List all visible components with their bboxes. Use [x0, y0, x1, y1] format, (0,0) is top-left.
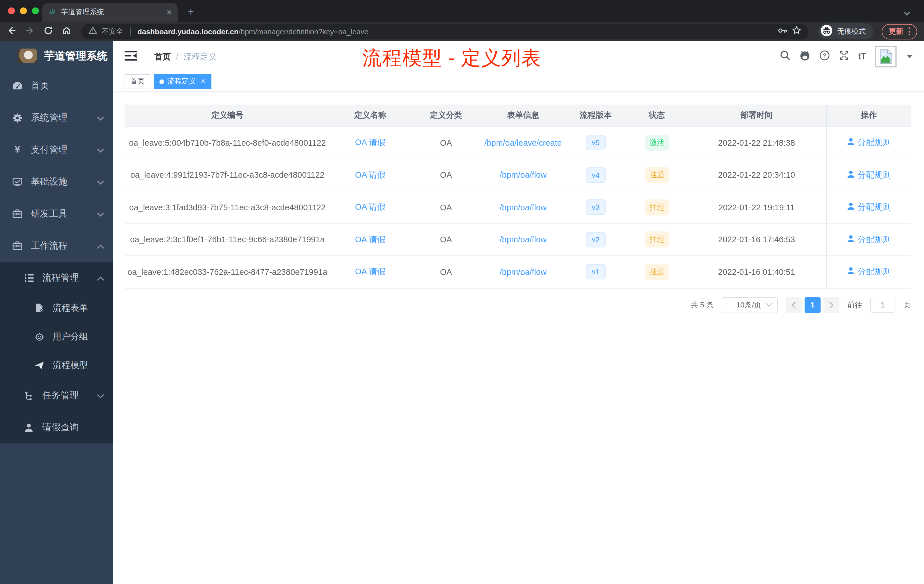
- form-info-link[interactable]: /bpm/oa/flow: [500, 235, 546, 244]
- security-label[interactable]: 不安全: [102, 26, 123, 36]
- definition-name-link[interactable]: OA 请假: [355, 267, 385, 277]
- sidebar-item-label: 研发工具: [31, 208, 68, 220]
- table-row: oa_leave:2:3c1f0ef1-76b1-11ec-9c66-a2380…: [125, 224, 911, 256]
- sidebar-item-system-management[interactable]: 系统管理: [0, 102, 113, 134]
- version-badge: v2: [586, 232, 606, 247]
- current-page-button[interactable]: 1: [805, 297, 820, 313]
- sidebar-item-label: 系统管理: [31, 112, 68, 124]
- sidebar-item-process-form[interactable]: 流程表单: [0, 294, 113, 322]
- assign-rule-link[interactable]: 分配规则: [858, 170, 891, 181]
- search-icon[interactable]: [780, 50, 790, 63]
- minimize-window-button[interactable]: [20, 7, 27, 14]
- tag-process-definition[interactable]: 流程定义 ✕: [154, 74, 211, 89]
- definition-category: OA: [410, 191, 482, 224]
- assign-rule-link[interactable]: 分配规则: [858, 234, 891, 245]
- security-warning-icon[interactable]: [89, 26, 97, 36]
- sidebar-item-label: 任务管理: [42, 389, 79, 401]
- form-info-link[interactable]: /bpm/oa/flow: [500, 267, 546, 277]
- goto-label: 前往: [847, 300, 862, 310]
- sidebar-collapse-icon[interactable]: [125, 51, 137, 63]
- sidebar-item-task-management[interactable]: 任务管理: [0, 379, 113, 411]
- help-icon[interactable]: ?: [819, 50, 830, 63]
- new-tab-button[interactable]: +: [184, 5, 198, 19]
- font-size-icon[interactable]: tT: [858, 51, 866, 62]
- chevron-down-icon[interactable]: [903, 8, 910, 18]
- definition-name-link[interactable]: OA 请假: [355, 234, 385, 245]
- next-page-button[interactable]: [823, 297, 840, 313]
- svg-text:?: ?: [823, 52, 826, 59]
- browser-tab[interactable]: 芋道管理系统 ✕: [42, 3, 178, 22]
- sidebar-item-label: 流程模型: [53, 359, 88, 371]
- browser-window: 芋道管理系统 ✕ + 不安全 dashboard.yudao.iocoder.c…: [0, 0, 924, 584]
- sidebar-item-payment-management[interactable]: ¥ 支付管理: [0, 134, 113, 166]
- github-icon[interactable]: [799, 50, 810, 63]
- back-icon[interactable]: [7, 25, 16, 38]
- sidebar-item-leave-query[interactable]: 请假查询: [0, 411, 113, 444]
- form-info-link[interactable]: /bpm/oa/flow: [500, 171, 546, 180]
- app-logo-row[interactable]: 芋道管理系统: [0, 41, 113, 70]
- tag-close-icon[interactable]: ✕: [201, 78, 206, 85]
- workflow-submenu: 流程管理 流程表单 用户分组 流程模型: [0, 262, 113, 444]
- assign-rule-link[interactable]: 分配规则: [858, 137, 891, 148]
- avatar-dropdown-caret-icon[interactable]: [907, 55, 912, 58]
- more-menu-icon[interactable]: [909, 27, 910, 35]
- fullscreen-icon[interactable]: [839, 50, 849, 63]
- url-text[interactable]: dashboard.yudao.iocoder.cn/bpm/manager/d…: [137, 27, 773, 36]
- definition-name-link[interactable]: OA 请假: [355, 137, 385, 148]
- avatar[interactable]: [875, 46, 897, 68]
- user-icon: [847, 235, 855, 244]
- user-icon: [847, 203, 855, 212]
- definition-name-link[interactable]: OA 请假: [355, 170, 385, 181]
- maximize-window-button[interactable]: [32, 7, 39, 14]
- window-controls[interactable]: [8, 7, 39, 14]
- update-button[interactable]: 更新: [882, 24, 917, 39]
- chevron-down-icon: [97, 209, 104, 219]
- sidebar-item-label: 用户分组: [53, 331, 88, 343]
- sidebar-item-process-management[interactable]: 流程管理: [0, 262, 113, 294]
- sidebar-item-workflow[interactable]: 工作流程: [0, 230, 113, 262]
- column-header: 部署时间: [687, 105, 826, 127]
- chevron-up-icon: [97, 241, 104, 251]
- definition-name-link[interactable]: OA 请假: [355, 202, 385, 213]
- navbar-actions: ? tT: [780, 46, 912, 68]
- key-icon[interactable]: [778, 26, 787, 36]
- sidebar-item-process-model[interactable]: 流程模型: [0, 351, 113, 379]
- sidebar-item-dev-tools[interactable]: 研发工具: [0, 198, 113, 230]
- sidebar-item-infrastructure[interactable]: 基础设施: [0, 166, 113, 198]
- table-row: oa_leave:1:482ec033-762a-11ec-8477-a2380…: [125, 256, 911, 288]
- sidebar-item-user-group[interactable]: 用户分组: [0, 322, 113, 351]
- column-header: 定义分类: [410, 105, 482, 127]
- breadcrumb-home[interactable]: 首页: [154, 51, 171, 62]
- reload-icon[interactable]: [43, 25, 53, 38]
- table-row: oa_leave:4:991f2193-7b7f-11ec-a3c8-acde4…: [125, 159, 911, 191]
- app-navbar: 首页 / 流程定义 流程模型 - 定义列表 ? tT: [113, 41, 924, 72]
- user-icon: [847, 138, 855, 148]
- close-window-button[interactable]: [8, 7, 15, 14]
- column-header: 定义名称: [330, 105, 410, 127]
- column-header: 流程版本: [564, 105, 627, 127]
- bookmark-star-icon[interactable]: [792, 26, 801, 37]
- sidebar-item-label: 首页: [31, 80, 49, 92]
- annotation-title: 流程模型 - 定义列表: [362, 45, 541, 71]
- tab-close-icon[interactable]: ✕: [166, 8, 172, 16]
- sidebar-item-home[interactable]: 首页: [0, 70, 113, 102]
- user-icon: [23, 422, 35, 432]
- active-dot-icon: [159, 79, 164, 84]
- page-size-select[interactable]: 10条/页: [722, 297, 778, 313]
- tab-title: 芋道管理系统: [61, 7, 163, 17]
- home-icon[interactable]: [62, 25, 71, 38]
- breadcrumb: 首页 / 流程定义: [154, 51, 216, 62]
- goto-page-input[interactable]: [870, 297, 896, 312]
- tag-label: 流程定义: [167, 77, 196, 86]
- tag-home[interactable]: 首页: [125, 74, 150, 89]
- form-info-link[interactable]: /bpm/oa/leave/create: [485, 138, 562, 147]
- table-header: 定义编号 定义名称 定义分类 表单信息 流程版本 状态 部署时间 操作: [125, 105, 911, 127]
- prev-page-button[interactable]: [786, 297, 802, 313]
- assign-rule-link[interactable]: 分配规则: [858, 267, 891, 277]
- definition-category: OA: [410, 256, 482, 288]
- assign-rule-link[interactable]: 分配规则: [858, 202, 891, 213]
- forward-icon[interactable]: [25, 25, 35, 38]
- monitor-icon: [12, 176, 23, 187]
- form-info-link[interactable]: /bpm/oa/flow: [500, 203, 546, 212]
- url-bar[interactable]: 不安全 dashboard.yudao.iocoder.cn/bpm/manag…: [81, 24, 808, 39]
